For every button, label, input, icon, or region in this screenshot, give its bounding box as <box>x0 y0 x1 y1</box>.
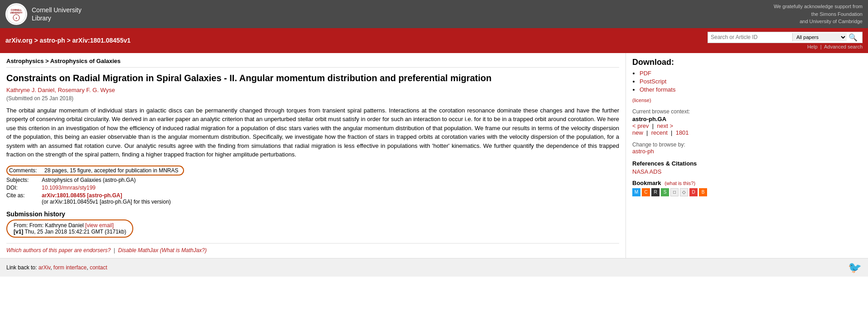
submission-history-heading: Submission history <box>6 210 619 218</box>
paper-authors: Kathryne J. Daniel, Rosemary F. G. Wyse <box>6 87 619 93</box>
submission-v1: [v1] Thu, 25 Jan 2018 15:42:21 GMT (3171… <box>14 229 126 235</box>
download-other: Other formats <box>640 86 719 93</box>
license-link[interactable]: (license) <box>632 98 651 103</box>
meta-cite-row: Cite as: arXiv:1801.08455 [astro-ph.GA] … <box>6 192 619 205</box>
change-browse-label: Change to browse by: <box>632 141 719 148</box>
references-heading: References & Citations <box>632 160 719 167</box>
footer-links: Which authors of this paper are endorser… <box>6 243 619 253</box>
mendeley-icon[interactable]: M <box>632 188 640 196</box>
view-email-link[interactable]: [view email] <box>85 222 114 229</box>
meta-doi-row: DOI: 10.1093/mnras/sty199 <box>6 185 619 191</box>
submission-from: From: From: Kathryne Daniel [view email] <box>14 222 126 229</box>
digg-icon[interactable]: D <box>689 188 698 196</box>
comments-value: 28 pages, 15 figure, accepted for public… <box>44 167 179 174</box>
new-link[interactable]: new <box>632 129 643 136</box>
meta-comments-row: Comments: 28 pages, 15 figure, accepted … <box>6 166 619 176</box>
bookmark-icon2[interactable]: ◇ <box>680 188 688 196</box>
recent-link[interactable]: recent <box>651 129 668 136</box>
bookmark-icon1[interactable]: □ <box>670 188 679 196</box>
bookmark-section: Bookmark (what is this?) M C R S □ ◇ D B <box>632 180 719 196</box>
help-link[interactable]: Help <box>807 44 818 49</box>
bookmark-icons: M C R S □ ◇ D B <box>632 188 719 196</box>
endorsers-link[interactable]: Which authors of this paper are endorser… <box>6 247 111 253</box>
references-section: References & Citations NASA ADS <box>632 160 719 175</box>
arxiv-id-link[interactable]: 1801 <box>676 129 689 136</box>
bottom-bar: Link back to: arXiv, form interface, con… <box>0 258 868 277</box>
search-button[interactable]: 🔍 <box>847 33 859 42</box>
change-browse-link[interactable]: astro-ph <box>632 148 654 155</box>
download-ps: PostScript <box>640 78 719 85</box>
paper-metadata: Comments: 28 pages, 15 figure, accepted … <box>6 166 619 205</box>
search-links: Help | Advanced search <box>807 44 863 49</box>
paper-title: Constraints on Radial Migration in Spira… <box>6 72 619 84</box>
sciencewise-icon[interactable]: S <box>661 188 669 196</box>
other-formats-link[interactable]: Other formats <box>640 86 675 93</box>
cite-alt: (or arXiv:1801.08455v1 [astro-ph.GA] for… <box>42 199 171 205</box>
header-left: CORNELL UNIVERSITY ✦ Cornell University … <box>5 3 82 25</box>
paper-date: (Submitted on 25 Jan 2018) <box>6 95 619 102</box>
bookmark-label: Bookmark <box>632 180 661 186</box>
main-content: Astrophysics > Astrophysics of Galaxies … <box>0 53 626 258</box>
browse-context-section: Current browse context: astro-ph.GA < pr… <box>632 108 719 136</box>
comments-label: Comments: <box>9 167 41 174</box>
arxiv-link[interactable]: arXiv <box>39 264 50 271</box>
cite-value: arXiv:1801.08455 [astro-ph.GA] (or arXiv… <box>42 192 171 205</box>
postscript-link[interactable]: PostScript <box>640 78 666 85</box>
sidebar: Download: PDF PostScript Other formats (… <box>626 53 725 258</box>
browse-context-value: astro-ph.GA <box>632 116 719 122</box>
nasa-ads-link[interactable]: NASA ADS <box>632 168 661 175</box>
submission-history: Submission history From: From: Kathryne … <box>6 210 619 238</box>
disable-mathjax-link[interactable]: Disable MathJax <box>118 247 159 253</box>
search-input[interactable] <box>711 34 792 40</box>
form-interface-link[interactable]: form interface <box>53 264 87 271</box>
doi-link[interactable]: 10.1093/mnras/sty199 <box>42 185 96 191</box>
acknowledgement-text: We gratefully acknowledge support from t… <box>774 3 863 25</box>
license-text: (license) <box>632 98 719 103</box>
submission-highlight: From: From: Kathryne Daniel [view email]… <box>6 219 133 238</box>
reddit-icon[interactable]: R <box>651 188 659 196</box>
cite-label: Cite as: <box>6 192 38 199</box>
download-list: PDF PostScript Other formats <box>632 70 719 93</box>
svg-text:CORNELL: CORNELL <box>11 9 22 11</box>
breadcrumb: arXiv.org > astro-ph > arXiv:1801.08455v… <box>5 37 131 44</box>
doi-label: DOI: <box>6 185 38 191</box>
citeulike-icon[interactable]: C <box>642 188 650 196</box>
comments-highlight: Comments: 28 pages, 15 figure, accepted … <box>6 166 184 176</box>
browse-nav-links: < prev | next > <box>632 122 719 129</box>
download-heading: Download: <box>632 58 719 67</box>
site-title: Cornell University Library <box>32 6 82 22</box>
doi-value: 10.1093/mnras/sty199 <box>42 185 96 191</box>
change-browse-value: astro-ph <box>632 148 719 155</box>
next-link[interactable]: next > <box>657 122 673 129</box>
search-form[interactable]: All papers Physics Mathematics Computer … <box>708 32 863 43</box>
svg-text:UNIVERSITY: UNIVERSITY <box>10 12 22 14</box>
download-section: Download: PDF PostScript Other formats (… <box>632 58 719 103</box>
category-breadcrumb: Astrophysics > Astrophysics of Galaxies <box>6 58 619 68</box>
main-layout: Astrophysics > Astrophysics of Galaxies … <box>0 53 868 258</box>
advanced-search-link[interactable]: Advanced search <box>824 44 863 49</box>
download-pdf: PDF <box>640 70 719 77</box>
meta-subjects-row: Subjects: Astrophysics of Galaxies (astr… <box>6 177 619 183</box>
paper-abstract: The orbital angular momentum of individu… <box>6 106 619 159</box>
search-scope-select[interactable]: All papers Physics Mathematics Computer … <box>792 33 847 41</box>
prev-link[interactable]: < prev <box>632 122 649 129</box>
cite-main-link[interactable]: arXiv:1801.08455 [astro-ph.GA] <box>42 192 122 199</box>
browse-context-label: Current browse context: <box>632 108 719 115</box>
search-area: All papers Physics Mathematics Computer … <box>708 32 863 49</box>
what-is-this-link[interactable]: (what is this?) <box>664 180 695 186</box>
pdf-link[interactable]: PDF <box>640 70 651 77</box>
subjects-label: Subjects: <box>6 177 38 183</box>
site-header: CORNELL UNIVERSITY ✦ Cornell University … <box>0 0 868 28</box>
bottom-links: Link back to: arXiv, form interface, con… <box>6 264 107 271</box>
browse-time-links: new | recent | 1801 <box>632 129 719 136</box>
subjects-value: Astrophysics of Galaxies (astro-ph.GA) <box>42 177 136 183</box>
twitter-icon[interactable]: 🐦 <box>848 261 862 274</box>
breadcrumb-bar: arXiv.org > astro-ph > arXiv:1801.08455v… <box>0 28 868 53</box>
change-browse-section: Change to browse by: astro-ph <box>632 141 719 155</box>
cornell-logo: CORNELL UNIVERSITY ✦ <box>5 3 27 25</box>
blogger-icon[interactable]: B <box>699 188 707 196</box>
contact-link[interactable]: contact <box>90 264 107 271</box>
